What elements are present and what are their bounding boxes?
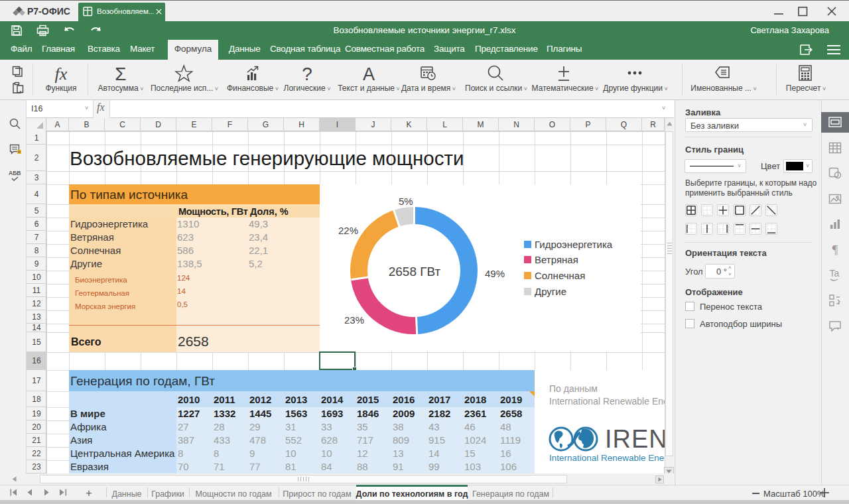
svg-text:Σ: Σ <box>115 64 126 84</box>
svg-text:?: ? <box>302 64 312 84</box>
svg-text:¶: ¶ <box>832 243 838 257</box>
svg-text:fx: fx <box>55 64 68 84</box>
svg-text:Ta: Ta <box>830 268 840 279</box>
svg-text:A: A <box>363 64 375 84</box>
svg-text:IRENA: IRENA <box>605 425 665 453</box>
